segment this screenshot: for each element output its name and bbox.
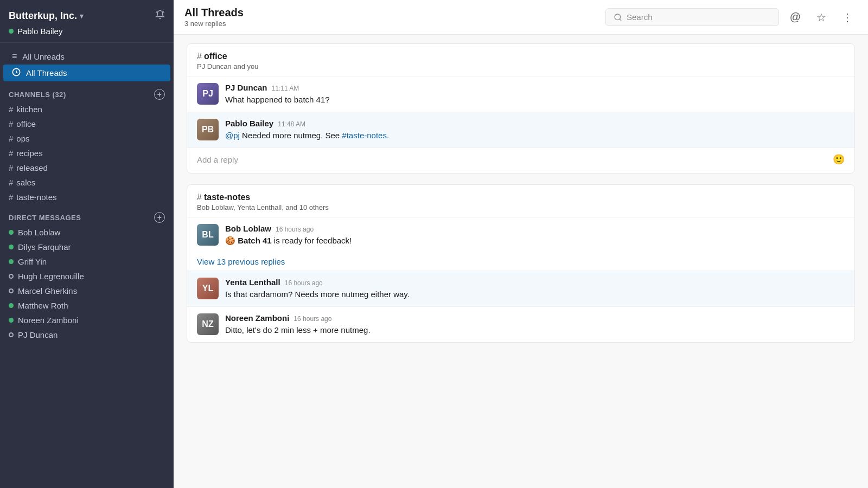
dm-item-marcel-gherkins[interactable]: Marcel Gherkins	[0, 284, 174, 298]
all-unreads-label: All Unreads	[22, 52, 65, 61]
sidebar-channel-kitchen[interactable]: # kitchen	[0, 102, 174, 117]
dm-name-pj-duncan: PJ Duncan	[18, 330, 58, 339]
page-title: All Threads	[184, 7, 244, 19]
dm-item-pj-duncan[interactable]: PJ Duncan	[0, 328, 174, 342]
message-row-yenta-lenthall: YL Yenta Lenthall 16 hours ago Is that c…	[187, 271, 854, 306]
channel-name-released: released	[16, 163, 48, 172]
message-content-noreen-zamboni: Noreen Zamboni 16 hours ago Ditto, let's…	[225, 313, 845, 336]
view-replies-row: View 13 previous replies	[187, 253, 854, 271]
top-bar: All Threads 3 new replies Search @ ☆ ⋮	[174, 0, 868, 35]
emoji-button[interactable]: 🙂	[833, 153, 845, 165]
message-row-pablo-bailey: PB Pablo Bailey 11:48 AM @pj Needed more…	[187, 112, 854, 147]
sidebar-channel-recipes[interactable]: # recipes	[0, 146, 174, 160]
reply-placeholder[interactable]: Add a reply	[197, 155, 238, 164]
sidebar-channel-released[interactable]: # released	[0, 160, 174, 175]
dm-list: Bob Loblaw Dilys Farquhar Griff Yin Hugh…	[0, 225, 174, 342]
sidebar-channel-sales[interactable]: # sales	[0, 175, 174, 190]
status-dot-online	[9, 230, 14, 235]
message-content-yenta-lenthall: Yenta Lenthall 16 hours ago Is that card…	[225, 278, 845, 300]
channel-name-ops: ops	[16, 134, 29, 143]
dm-item-hugh-legrenouille[interactable]: Hugh Legrenouille	[0, 269, 174, 284]
thread-participants-taste-notes: Bob Loblaw, Yenta Lenthall, and 10 other…	[197, 203, 845, 211]
message-text: Ditto, let's do 2 min less + more nutmeg…	[225, 324, 845, 336]
user-status-dot	[9, 29, 14, 34]
add-channel-button[interactable]: +	[154, 89, 165, 100]
search-icon	[614, 13, 622, 22]
dm-name-bob-loblaw: Bob Loblaw	[18, 228, 60, 237]
message-row-pj-duncan: PJ PJ Duncan 11:11 AM What happened to b…	[187, 76, 854, 112]
search-placeholder: Search	[627, 12, 653, 22]
page-header: All Threads 3 new replies	[184, 7, 244, 28]
hash-icon: #	[9, 134, 13, 143]
dm-name-griff-yin: Griff Yin	[18, 257, 47, 266]
threads-content: # office PJ Duncan and you PJ PJ Duncan …	[174, 35, 868, 488]
thread-participants-office: PJ Duncan and you	[197, 62, 845, 70]
status-dot-online	[9, 259, 14, 264]
dm-section-header: DIRECT MESSAGES +	[0, 204, 174, 225]
add-dm-button[interactable]: +	[154, 212, 165, 223]
star-button[interactable]: ☆	[812, 8, 831, 27]
dm-item-griff-yin[interactable]: Griff Yin	[0, 254, 174, 269]
view-previous-replies-link[interactable]: View 13 previous replies	[187, 254, 295, 269]
hash-icon: #	[197, 192, 202, 202]
all-threads-icon	[12, 68, 21, 78]
sidebar-channel-taste-notes[interactable]: # taste-notes	[0, 190, 174, 204]
message-time: 11:11 AM	[272, 85, 299, 92]
dm-name-noreen-zamboni: Noreen Zamboni	[18, 316, 79, 325]
message-header: Yenta Lenthall 16 hours ago	[225, 278, 845, 287]
channel-name: office	[204, 52, 227, 61]
page-subtitle: 3 new replies	[184, 20, 244, 28]
search-box[interactable]: Search	[605, 8, 779, 26]
hash-icon: #	[9, 105, 13, 114]
thread-channel-taste-notes[interactable]: # taste-notes	[197, 192, 845, 202]
thread-group-taste-notes: # taste-notes Bob Loblaw, Yenta Lenthall…	[187, 184, 855, 343]
sidebar-channel-ops[interactable]: # ops	[0, 131, 174, 146]
status-dot-online	[9, 245, 14, 249]
dm-item-dilys-farquhar[interactable]: Dilys Farquhar	[0, 240, 174, 254]
at-mention-button[interactable]: @	[786, 8, 805, 27]
message-text: 🍪 Batch 41 is ready for feedback!	[225, 235, 845, 246]
message-author: Noreen Zamboni	[225, 313, 289, 323]
thread-group-header-office: # office PJ Duncan and you	[187, 44, 854, 76]
sidebar-item-all-threads[interactable]: All Threads	[3, 65, 170, 81]
taste-notes-link[interactable]: #taste-notes.	[342, 131, 389, 140]
message-time: 16 hours ago	[285, 279, 323, 287]
status-dot-offline	[9, 274, 14, 279]
message-text: What happened to batch 41?	[225, 94, 845, 105]
main-content: All Threads 3 new replies Search @ ☆ ⋮	[174, 0, 868, 488]
notifications-bell-icon[interactable]	[155, 10, 165, 22]
dm-item-bob-loblaw[interactable]: Bob Loblaw	[0, 225, 174, 240]
avatar-pj-duncan: PJ	[197, 83, 219, 105]
more-options-button[interactable]: ⋮	[838, 8, 857, 27]
dm-name-hugh-legrenouille: Hugh Legrenouille	[18, 272, 84, 281]
hash-icon: #	[9, 149, 13, 158]
top-bar-actions: Search @ ☆ ⋮	[605, 8, 857, 27]
hash-icon: #	[197, 52, 202, 61]
dm-item-matthew-roth[interactable]: Matthew Roth	[0, 298, 174, 313]
message-time: 11:48 AM	[278, 120, 305, 128]
channel-name-recipes: recipes	[16, 149, 42, 158]
dm-name-matthew-roth: Matthew Roth	[18, 301, 68, 310]
message-text: @pj Needed more nutmeg. See #taste-notes…	[225, 130, 845, 141]
workspace-name[interactable]: Butterkup, Inc. ▾	[9, 10, 84, 22]
channels-label: CHANNELS (32)	[9, 91, 66, 99]
message-header: Pablo Bailey 11:48 AM	[225, 119, 845, 128]
channels-list: # kitchen # office # ops # recipes # rel…	[0, 102, 174, 204]
sidebar-item-all-unreads[interactable]: ≡ All Unreads	[3, 48, 170, 65]
dm-item-noreen-zamboni[interactable]: Noreen Zamboni	[0, 313, 174, 328]
mention-pj[interactable]: @pj	[225, 131, 240, 140]
current-user-name: Pablo Bailey	[17, 27, 62, 36]
avatar-noreen-zamboni: NZ	[197, 313, 219, 335]
hash-icon: #	[9, 163, 13, 172]
star-icon: ☆	[816, 11, 826, 24]
message-content-pablo-bailey: Pablo Bailey 11:48 AM @pj Needed more nu…	[225, 119, 845, 141]
thread-channel-office[interactable]: # office	[197, 52, 845, 61]
message-row-bob-loblaw: BL Bob Loblaw 16 hours ago 🍪 Batch 41 is…	[187, 217, 854, 253]
sidebar-channel-office[interactable]: # office	[0, 117, 174, 131]
message-row-noreen-zamboni: NZ Noreen Zamboni 16 hours ago Ditto, le…	[187, 307, 854, 342]
message-header: Bob Loblaw 16 hours ago	[225, 224, 845, 233]
sidebar: Butterkup, Inc. ▾ Pablo Bailey ≡ All Unr…	[0, 0, 174, 488]
message-author: Bob Loblaw	[225, 224, 271, 233]
channel-name-office: office	[16, 119, 36, 129]
cookie-emoji: 🍪	[225, 236, 238, 245]
